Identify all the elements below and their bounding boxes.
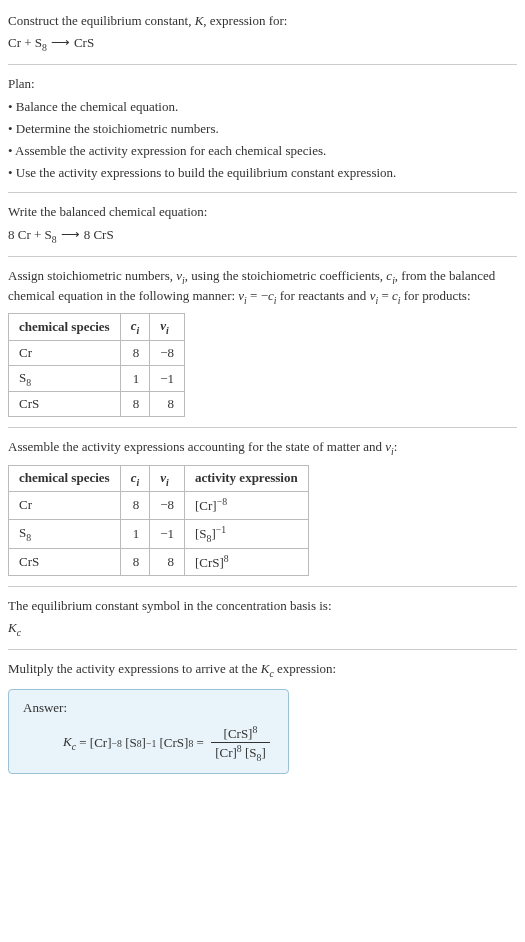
stoich-table: chemical species ci νi Cr 8 −8 S8 1 −1 C… bbox=[8, 313, 185, 417]
table-row: chemical species ci νi bbox=[9, 314, 185, 341]
symbol: Kc bbox=[8, 619, 517, 639]
cell: [S8]−1 bbox=[184, 519, 308, 548]
cell: CrS bbox=[9, 548, 121, 575]
table-row: chemical species ci νi activity expressi… bbox=[9, 465, 309, 492]
title-line: Construct the equilibrium constant, K, e… bbox=[8, 12, 517, 30]
fraction: [CrS]8 [Cr]8 [S8] bbox=[211, 724, 270, 763]
cell: 8 bbox=[120, 492, 150, 519]
divider bbox=[8, 192, 517, 193]
col-header: chemical species bbox=[9, 465, 121, 492]
answer-label: Answer: bbox=[23, 700, 274, 716]
table-row: S8 1 −1 [S8]−1 bbox=[9, 519, 309, 548]
frac-denominator: [Cr]8 [S8] bbox=[211, 743, 270, 763]
divider bbox=[8, 64, 517, 65]
divider bbox=[8, 427, 517, 428]
unbalanced-equation: Cr + S8⟶CrS bbox=[8, 34, 517, 54]
cell: 1 bbox=[120, 519, 150, 548]
cell: [CrS]8 bbox=[184, 548, 308, 575]
table-row: Cr 8 −8 bbox=[9, 340, 185, 365]
cell: S8 bbox=[9, 365, 121, 392]
title-text: Construct the equilibrium constant, K, e… bbox=[8, 13, 287, 28]
cell: [Cr]−8 bbox=[184, 492, 308, 519]
answer-expression: Kc = [Cr]−8 [S8]−1 [CrS]8 = [CrS]8 [Cr]8… bbox=[63, 724, 274, 763]
plan-heading: Plan: bbox=[8, 75, 517, 93]
symbol-heading: The equilibrium constant symbol in the c… bbox=[8, 597, 517, 615]
cell: Cr bbox=[9, 492, 121, 519]
cell: −8 bbox=[150, 340, 185, 365]
col-header: activity expression bbox=[184, 465, 308, 492]
multiply-heading: Mulitply the activity expressions to arr… bbox=[8, 660, 517, 680]
col-header: chemical species bbox=[9, 314, 121, 341]
cell: 8 bbox=[120, 548, 150, 575]
cell: −8 bbox=[150, 492, 185, 519]
stoich-heading: Assign stoichiometric numbers, νi, using… bbox=[8, 267, 517, 307]
plan-item: • Use the activity expressions to build … bbox=[8, 164, 517, 182]
table-row: Cr 8 −8 [Cr]−8 bbox=[9, 492, 309, 519]
cell: 1 bbox=[120, 365, 150, 392]
cell: 8 bbox=[120, 340, 150, 365]
col-header: ci bbox=[120, 465, 150, 492]
divider bbox=[8, 586, 517, 587]
balanced-equation: 8 Cr + S8⟶8 CrS bbox=[8, 226, 517, 246]
table-row: S8 1 −1 bbox=[9, 365, 185, 392]
balanced-heading: Write the balanced chemical equation: bbox=[8, 203, 517, 221]
answer-box: Answer: Kc = [Cr]−8 [S8]−1 [CrS]8 = [CrS… bbox=[8, 689, 289, 774]
table-row: CrS 8 8 [CrS]8 bbox=[9, 548, 309, 575]
cell: S8 bbox=[9, 519, 121, 548]
plan-item: • Determine the stoichiometric numbers. bbox=[8, 120, 517, 138]
activity-table: chemical species ci νi activity expressi… bbox=[8, 465, 309, 576]
plan-item: • Balance the chemical equation. bbox=[8, 98, 517, 116]
activity-heading: Assemble the activity expressions accoun… bbox=[8, 438, 517, 458]
col-header: νi bbox=[150, 465, 185, 492]
cell: CrS bbox=[9, 392, 121, 417]
table-row: CrS 8 8 bbox=[9, 392, 185, 417]
col-header: ci bbox=[120, 314, 150, 341]
cell: 8 bbox=[150, 392, 185, 417]
cell: Cr bbox=[9, 340, 121, 365]
frac-numerator: [CrS]8 bbox=[211, 724, 270, 743]
cell: 8 bbox=[120, 392, 150, 417]
col-header: νi bbox=[150, 314, 185, 341]
cell: −1 bbox=[150, 519, 185, 548]
divider bbox=[8, 256, 517, 257]
divider bbox=[8, 649, 517, 650]
cell: −1 bbox=[150, 365, 185, 392]
cell: 8 bbox=[150, 548, 185, 575]
plan-item: • Assemble the activity expression for e… bbox=[8, 142, 517, 160]
